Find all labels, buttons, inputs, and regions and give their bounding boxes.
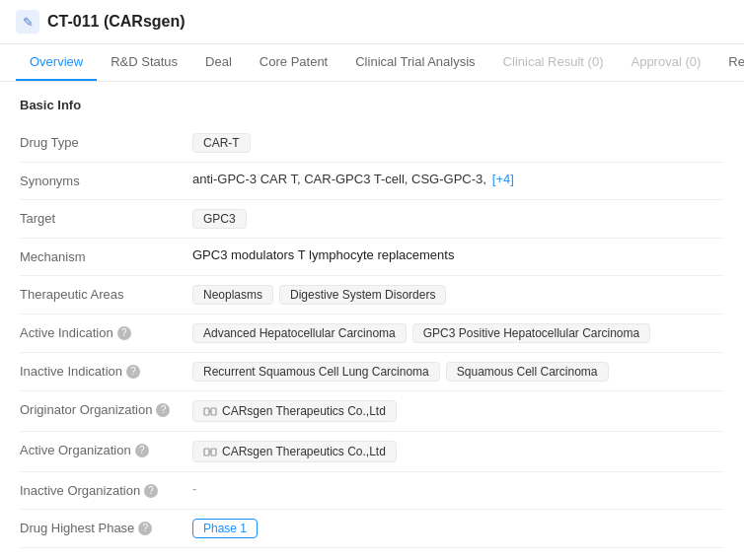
tab-regulation[interactable]: Regulation <box>714 44 744 81</box>
dash-value: - <box>192 481 196 496</box>
info-row: Active Indication?Advanced Hepatocellula… <box>20 315 724 353</box>
org-name: CARsgen Therapeutics Co.,Ltd <box>222 445 386 458</box>
field-label: Synonyms <box>20 172 192 188</box>
tab-clinical-result--0-: Clinical Result (0) <box>489 44 618 81</box>
field-label-text: Inactive Organization <box>20 483 140 498</box>
field-label: Active Indication? <box>20 323 192 340</box>
help-icon[interactable]: ? <box>126 365 140 379</box>
field-value: GPC3 <box>192 209 724 229</box>
header-icon: ✎ <box>16 10 39 34</box>
tab-clinical-trial-analysis[interactable]: Clinical Trial Analysis <box>341 44 488 81</box>
field-value: Advanced Hepatocellular CarcinomaGPC3 Po… <box>192 323 724 343</box>
svg-rect-0 <box>204 408 209 415</box>
field-label-text: Active Indication <box>20 325 113 340</box>
help-icon[interactable]: ? <box>117 326 131 340</box>
help-icon[interactable]: ? <box>144 484 158 498</box>
nav-tabs: OverviewR&D StatusDealCore PatentClinica… <box>0 44 744 82</box>
org-tag[interactable]: CARsgen Therapeutics Co.,Ltd <box>192 400 397 422</box>
help-icon[interactable]: ? <box>156 403 170 417</box>
info-row: Inactive Indication?Recurrent Squamous C… <box>20 353 724 391</box>
info-row: Synonymsanti-GPC-3 CAR T, CAR-GPC3 T-cel… <box>20 163 724 200</box>
field-label: Active Organization? <box>20 441 192 457</box>
field-label-text: Drug Type <box>20 135 79 150</box>
info-row: TargetGPC3 <box>20 200 724 239</box>
help-icon[interactable]: ? <box>135 444 149 457</box>
tag: Digestive System Disorders <box>279 285 446 305</box>
org-icon <box>203 404 217 418</box>
svg-rect-3 <box>211 449 216 455</box>
tab-core-patent[interactable]: Core Patent <box>246 44 341 81</box>
field-label: Drug Type <box>20 133 192 150</box>
tab-overview[interactable]: Overview <box>16 44 97 81</box>
info-row: Drug Highest Phase?Phase 1 <box>20 510 724 548</box>
field-value: GPC3 modulators T lymphocyte replacement… <box>192 247 724 262</box>
field-value: Phase 1 <box>192 519 724 538</box>
section-title: Basic Info <box>20 98 724 112</box>
field-label: Inactive Indication? <box>20 362 192 379</box>
field-label: Mechanism <box>20 247 192 264</box>
tag: GPC3 <box>192 209 247 229</box>
field-value: - <box>192 481 724 496</box>
phase-tag: Phase 1 <box>192 519 258 538</box>
synonyms-text: anti-GPC-3 CAR T, CAR-GPC3 T-cell, CSG-G… <box>192 172 486 186</box>
synonyms-more-link[interactable]: [+4] <box>492 172 514 186</box>
field-value: CAR-T <box>192 133 724 153</box>
help-icon[interactable]: ? <box>138 522 152 535</box>
svg-rect-1 <box>211 408 216 415</box>
org-icon <box>203 445 217 458</box>
page-title: CT-011 (CARsgen) <box>47 13 186 31</box>
field-value: CARsgen Therapeutics Co.,Ltd <box>192 441 724 462</box>
field-label: Drug Highest Phase? <box>20 519 192 535</box>
field-label-text: Originator Organization <box>20 402 152 417</box>
tag: Neoplasms <box>192 285 273 305</box>
field-value: Recurrent Squamous Cell Lung CarcinomaSq… <box>192 362 724 382</box>
info-row: Originator Organization?CARsgen Therapeu… <box>20 391 724 432</box>
info-table: Drug TypeCAR-TSynonymsanti-GPC-3 CAR T, … <box>20 124 724 560</box>
svg-rect-2 <box>204 449 209 455</box>
field-label-text: Inactive Indication <box>20 364 122 379</box>
page-header: ✎ CT-011 (CARsgen) <box>0 0 744 44</box>
field-label-text: Active Organization <box>20 443 131 457</box>
field-value: anti-GPC-3 CAR T, CAR-GPC3 T-cell, CSG-G… <box>192 172 724 186</box>
field-label-text: Therapeutic Areas <box>20 287 124 302</box>
info-row: MechanismGPC3 modulators T lymphocyte re… <box>20 239 724 276</box>
org-name: CARsgen Therapeutics Co.,Ltd <box>222 404 386 418</box>
field-label: Therapeutic Areas <box>20 285 192 302</box>
field-label-text: Mechanism <box>20 249 85 264</box>
field-label-text: Target <box>20 211 55 226</box>
info-row: Inactive Organization?- <box>20 472 724 510</box>
info-row: Active Organization?CARsgen Therapeutics… <box>20 432 724 472</box>
info-row: First Approval Date- <box>20 548 724 560</box>
tab-deal[interactable]: Deal <box>191 44 246 81</box>
tag: CAR-T <box>192 133 251 153</box>
info-row: Drug TypeCAR-T <box>20 124 724 163</box>
tag: GPC3 Positive Hepatocellular Carcinoma <box>412 323 650 343</box>
field-label-text: Drug Highest Phase <box>20 521 134 535</box>
tag: Squamous Cell Carcinoma <box>446 362 609 382</box>
field-value: NeoplasmsDigestive System Disorders <box>192 285 724 305</box>
field-label: Originator Organization? <box>20 400 192 417</box>
main-content: Basic Info Drug TypeCAR-TSynonymsanti-GP… <box>0 82 744 560</box>
tag: Recurrent Squamous Cell Lung Carcinoma <box>192 362 440 382</box>
tag: Advanced Hepatocellular Carcinoma <box>192 323 407 343</box>
org-tag[interactable]: CARsgen Therapeutics Co.,Ltd <box>192 441 397 462</box>
field-label: Target <box>20 209 192 226</box>
field-label: Inactive Organization? <box>20 481 192 498</box>
field-value: CARsgen Therapeutics Co.,Ltd <box>192 400 724 422</box>
field-label-text: Synonyms <box>20 174 80 188</box>
tab-r-d-status[interactable]: R&D Status <box>97 44 191 81</box>
info-row: Therapeutic AreasNeoplasmsDigestive Syst… <box>20 276 724 315</box>
tab-approval--0-: Approval (0) <box>617 44 714 81</box>
mechanism-text: GPC3 modulators T lymphocyte replacement… <box>192 247 454 262</box>
